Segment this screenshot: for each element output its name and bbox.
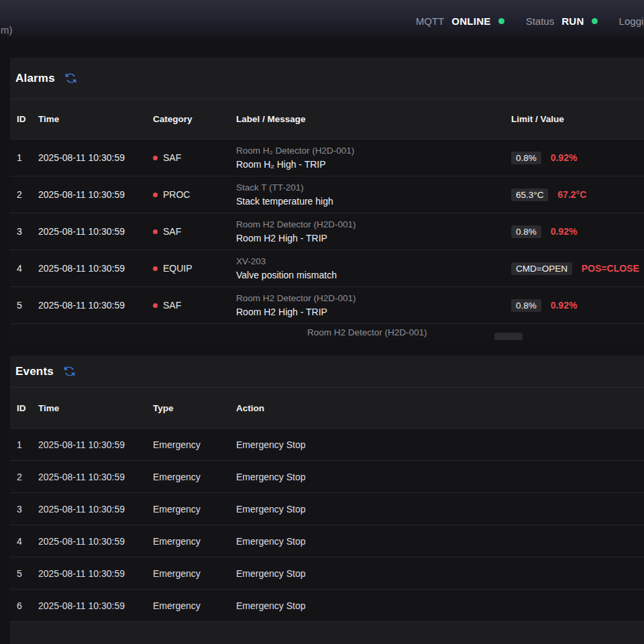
alarm-limit-badge: 0.8% <box>511 152 541 164</box>
logging-label[interactable]: Logging <box>619 15 644 27</box>
alarms-col-limit: Limit / Value <box>511 114 644 124</box>
refresh-icon <box>62 364 76 378</box>
alarm-row-label: Room H2 Detector (H2D-001) <box>236 292 511 305</box>
event-row-id: 1 <box>17 439 38 450</box>
mqtt-value: ONLINE <box>451 15 490 27</box>
event-table-row: 6 2025-08-11 10:30:59 Emergency Emergenc… <box>10 589 644 621</box>
alarms-refresh-button[interactable] <box>64 71 78 85</box>
alarm-actual-value: 0.92% <box>551 152 578 163</box>
alarms-title-row: Alarms <box>10 58 644 99</box>
alarm-severity-dot-icon <box>153 193 158 197</box>
event-row-action: Emergency Stop <box>236 439 644 450</box>
alarm-row-id: 3 <box>17 226 38 237</box>
event-row-type: Emergency <box>153 536 236 547</box>
alarm-limit-badge: 0.8% <box>511 225 541 238</box>
event-row-id: 5 <box>17 568 38 579</box>
alarm-row-label-message: XV-203 Valve position mismatch <box>236 255 511 282</box>
mqtt-status-group: MQTT ONLINE <box>416 15 504 27</box>
event-table-row: 3 2025-08-11 10:30:59 Emergency Emergenc… <box>10 492 644 525</box>
alarm-row-message: Room H₂ High - TRIP <box>236 158 511 171</box>
event-row-type: Emergency <box>153 600 236 611</box>
header-left-partial-text: m) <box>1 24 13 36</box>
alarm-table-row: 3 2025-08-11 10:30:59 SAF Room H2 Detect… <box>10 213 644 250</box>
alarms-table-header: ID Time Category Label / Message Limit /… <box>10 99 644 139</box>
event-row-action: Emergency Stop <box>236 472 644 482</box>
alarm-row-id: 1 <box>17 152 38 163</box>
alarms-col-category: Category <box>153 114 236 124</box>
alarm-limit-badge: 0.8% <box>511 299 541 312</box>
event-table-row: 2 2025-08-11 10:30:59 Emergency Emergenc… <box>10 460 644 492</box>
alarm-limit-badge: 65.3°C <box>511 189 548 201</box>
top-header-bar: m) MQTT ONLINE Status RUN Logging <box>0 0 644 42</box>
alarm-row-message: Stack temperature high <box>236 195 511 208</box>
alarm-row-label: Stack T (TT-201) <box>236 181 511 195</box>
event-row-action: Emergency Stop <box>236 568 644 579</box>
alarm-row-label: XV-203 <box>236 255 511 268</box>
alarm-row-limit-value: 0.8% 0.92% <box>511 225 644 238</box>
event-row-type: Emergency <box>153 472 236 482</box>
alarm-actual-value: 67.2°C <box>557 189 586 200</box>
alarm-row-limit-value: 65.3°C 67.2°C <box>511 189 644 201</box>
event-table-row: 5 2025-08-11 10:30:59 Emergency Emergenc… <box>10 557 644 589</box>
event-row-time: 2025-08-11 10:30:59 <box>38 536 153 547</box>
status-label: Status <box>526 15 555 27</box>
alarm-limit-badge: CMD=OPEN <box>511 262 572 275</box>
alarms-partial-row-badge <box>494 333 523 340</box>
refresh-icon <box>64 71 78 85</box>
events-title: Events <box>15 365 54 378</box>
alarms-title: Alarms <box>15 72 55 85</box>
alarm-row-message: Room H2 High - TRIP <box>236 305 511 319</box>
alarm-row-message: Valve position mismatch <box>236 268 511 282</box>
alarm-row-limit-value: 0.8% 0.92% <box>511 152 644 164</box>
alarm-row-limit-value: CMD=OPEN POS=CLOSE <box>511 262 644 275</box>
alarm-category-text: SAF <box>163 152 181 163</box>
event-row-id: 2 <box>17 472 38 482</box>
alarm-actual-value: 0.92% <box>551 300 578 311</box>
alarm-category-text: EQUIP <box>163 263 193 274</box>
alarm-row-id: 5 <box>17 300 38 311</box>
event-row-action: Emergency Stop <box>236 600 644 611</box>
alarm-table-row: 2 2025-08-11 10:30:59 PROC Stack T (TT-2… <box>10 176 644 213</box>
alarm-category-text: SAF <box>163 226 181 237</box>
alarm-actual-value: 0.92% <box>551 226 578 237</box>
alarm-row-time: 2025-08-11 10:30:59 <box>38 152 153 163</box>
alarm-row-label-message: Room H2 Detector (H2D-001) Room H2 High … <box>236 218 511 245</box>
alarms-partial-row: Room H2 Detector (H2D-001) <box>10 323 644 340</box>
alarm-row-category: SAF <box>153 152 236 163</box>
event-row-time: 2025-08-11 10:30:59 <box>38 568 153 579</box>
mqtt-label: MQTT <box>416 15 445 27</box>
events-col-type: Type <box>153 403 236 413</box>
events-col-id: ID <box>17 403 38 413</box>
event-row-action: Emergency Stop <box>236 504 644 515</box>
alarm-row-id: 4 <box>17 263 38 274</box>
alarms-table-body: 1 2025-08-11 10:30:59 SAF Room H₂ Detect… <box>10 139 644 323</box>
alarm-row-category: EQUIP <box>153 263 236 274</box>
alarms-col-id: ID <box>17 114 38 124</box>
alarm-row-label: Room H₂ Detector (H2D-001) <box>236 144 511 158</box>
event-row-type: Emergency <box>153 439 236 450</box>
alarm-row-time: 2025-08-11 10:30:59 <box>38 300 153 311</box>
event-row-id: 4 <box>17 536 38 547</box>
event-row-action: Emergency Stop <box>236 536 644 547</box>
alarm-actual-value: POS=CLOSE <box>582 263 639 274</box>
event-row-time: 2025-08-11 10:30:59 <box>38 600 153 611</box>
alarm-row-message: Room H2 High - TRIP <box>236 231 511 245</box>
alarm-row-category: SAF <box>153 226 236 237</box>
event-table-row: 4 2025-08-11 10:30:59 Emergency Emergenc… <box>10 525 644 557</box>
events-table-header: ID Time Type Action <box>10 388 644 428</box>
event-row-id: 3 <box>17 504 38 515</box>
alarm-severity-dot-icon <box>153 266 158 271</box>
logging-nav-item[interactable]: Logging <box>619 15 644 27</box>
alarm-table-row: 1 2025-08-11 10:30:59 SAF Room H₂ Detect… <box>10 139 644 176</box>
alarm-row-time: 2025-08-11 10:30:59 <box>38 226 153 237</box>
events-refresh-button[interactable] <box>62 364 76 378</box>
alarms-panel: Alarms ID Time Category Label / Message … <box>10 58 644 340</box>
alarm-row-category: SAF <box>153 300 236 311</box>
alarm-row-time: 2025-08-11 10:30:59 <box>38 189 153 200</box>
alarm-row-id: 2 <box>17 189 38 200</box>
events-title-row: Events <box>10 356 644 388</box>
event-row-time: 2025-08-11 10:30:59 <box>38 472 153 482</box>
event-row-type: Emergency <box>153 568 236 579</box>
event-table-row: 1 2025-08-11 10:30:59 Emergency Emergenc… <box>10 428 644 460</box>
alarm-table-row: 4 2025-08-11 10:30:59 EQUIP XV-203 Valve… <box>10 250 644 286</box>
